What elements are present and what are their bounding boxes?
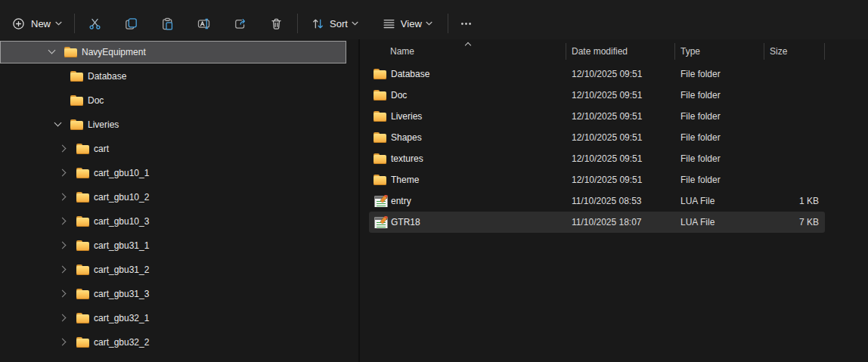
tree-item-cart_gbu10_3[interactable]: cart_gbu10_3 <box>0 210 346 233</box>
column-header-label: Name <box>390 46 414 57</box>
chevron-right-icon[interactable] <box>58 240 70 252</box>
tree-item-label: cart_gbu32_1 <box>94 313 149 323</box>
tree-item-cart_gbu31_2[interactable]: cart_gbu31_2 <box>0 258 346 281</box>
scissors-icon <box>88 17 101 30</box>
folder-icon <box>76 168 89 178</box>
column-header-date-modified[interactable]: Date modified <box>566 39 675 63</box>
lua-file-icon <box>374 195 386 207</box>
tree-item-label: cart_gbu10_3 <box>94 216 149 227</box>
tree-item-label: cart <box>94 144 109 154</box>
tree-item-Liveries[interactable]: Liveries <box>0 113 346 136</box>
tree-item-cart_gbu32_1[interactable]: cart_gbu32_1 <box>0 307 346 330</box>
rename-field-icon <box>197 17 210 30</box>
file-row-textures[interactable]: textures12/10/2025 09:51File folder <box>360 148 868 169</box>
file-size: 7 KB <box>764 217 825 227</box>
file-type: LUA File <box>675 196 764 206</box>
column-header-size[interactable]: Size <box>764 39 825 63</box>
folder-icon <box>374 132 386 143</box>
folder-icon <box>70 95 83 106</box>
tree-item-cart_gbu10_1[interactable]: cart_gbu10_1 <box>0 162 346 184</box>
more-options-button[interactable] <box>453 10 480 37</box>
delete-button[interactable] <box>261 10 291 37</box>
clipboard-icon <box>161 17 174 30</box>
file-row-entry[interactable]: entry11/10/2025 08:53LUA File1 KB <box>360 190 868 212</box>
column-header-name[interactable]: Name <box>360 39 566 63</box>
tree-item-cart_gbu32_2[interactable]: cart_gbu32_2 <box>0 331 346 354</box>
navigation-pane: NavyEquipmentDatabaseDocLiveriescartcart… <box>0 39 358 362</box>
file-list-header: NameDate modifiedTypeSize <box>360 39 868 63</box>
cut-button[interactable] <box>79 10 110 37</box>
file-row-Shapes[interactable]: Shapes12/10/2025 09:51File folder <box>360 127 868 148</box>
file-row-Theme[interactable]: Theme12/10/2025 09:51File folder <box>360 169 868 190</box>
tree-item-label: NavyEquipment <box>82 47 146 57</box>
tree-item-label: Doc <box>88 95 104 106</box>
tree-item-cart_gbu31_1[interactable]: cart_gbu31_1 <box>0 234 346 257</box>
tree-item-Database[interactable]: Database <box>0 65 346 88</box>
folder-icon <box>76 289 89 299</box>
tree-item-Doc[interactable]: Doc <box>0 89 346 112</box>
chevron-right-icon[interactable] <box>58 215 70 227</box>
file-name: Shapes <box>391 132 422 143</box>
file-name: Doc <box>391 90 407 101</box>
file-name: entry <box>391 196 411 206</box>
file-name: textures <box>391 153 423 164</box>
chevron-right-icon[interactable] <box>58 336 70 348</box>
chevron-right-icon[interactable] <box>58 191 70 203</box>
file-date-modified: 12/10/2025 09:51 <box>566 175 675 185</box>
copy-button[interactable] <box>116 10 146 37</box>
new-button[interactable]: New <box>5 10 70 37</box>
view-button[interactable]: View <box>375 10 440 37</box>
explorer-body: NavyEquipmentDatabaseDocLiveriescartcart… <box>0 39 868 362</box>
folder-icon <box>64 47 77 57</box>
chevron-right-icon[interactable] <box>58 167 70 179</box>
chevron-right-icon[interactable] <box>58 143 70 155</box>
toolbar-separator <box>448 14 448 33</box>
folder-icon <box>76 240 89 251</box>
file-list-body[interactable]: Database12/10/2025 09:51File folderDoc12… <box>360 63 868 362</box>
sort-button-label: Sort <box>330 18 348 29</box>
file-type: File folder <box>675 153 764 164</box>
chevron-down-icon[interactable] <box>52 119 64 131</box>
file-date-modified: 12/10/2025 09:51 <box>566 132 675 143</box>
tree-item-label: Liveries <box>88 119 119 130</box>
folder-icon <box>374 111 386 122</box>
tree-item-NavyEquipment[interactable]: NavyEquipment <box>0 41 346 63</box>
file-name: Liveries <box>391 111 422 122</box>
tree-item-cart_gbu31_3[interactable]: cart_gbu31_3 <box>0 283 346 305</box>
tree-item-label: cart_gbu31_3 <box>94 289 149 299</box>
chevron-right-icon[interactable] <box>58 312 70 324</box>
share-button[interactable] <box>225 10 255 37</box>
folder-icon <box>76 337 89 348</box>
file-name: Theme <box>391 175 419 185</box>
column-resize-handle[interactable] <box>824 43 825 60</box>
tree-item-cart[interactable]: cart <box>0 138 346 160</box>
tree-item-cart_gbu10_2[interactable]: cart_gbu10_2 <box>0 186 346 209</box>
column-header-type[interactable]: Type <box>675 39 764 63</box>
folder-icon <box>374 69 386 79</box>
file-row-Liveries[interactable]: Liveries12/10/2025 09:51File folder <box>360 106 868 127</box>
trash-icon <box>270 17 283 30</box>
file-type: File folder <box>675 175 764 185</box>
chevron-down-icon[interactable] <box>46 46 58 58</box>
up-down-arrows-icon <box>312 17 324 30</box>
rename-button[interactable] <box>188 10 219 37</box>
file-date-modified: 12/10/2025 09:51 <box>566 153 675 164</box>
file-row-Doc[interactable]: Doc12/10/2025 09:51File folder <box>360 85 868 106</box>
file-row-GTR18[interactable]: GTR1811/10/2025 18:07LUA File7 KB <box>360 212 868 233</box>
folder-icon <box>374 153 386 164</box>
folder-icon <box>76 313 89 323</box>
file-type: File folder <box>675 90 764 101</box>
file-size: 1 KB <box>764 196 825 206</box>
sort-button[interactable]: Sort <box>304 10 366 37</box>
file-date-modified: 12/10/2025 09:51 <box>566 69 675 79</box>
tree-item-label: cart_gbu31_1 <box>94 240 149 251</box>
chevron-right-icon[interactable] <box>58 288 70 300</box>
chevron-right-icon[interactable] <box>58 264 70 276</box>
file-row-Database[interactable]: Database12/10/2025 09:51File folder <box>360 63 868 85</box>
file-date-modified: 11/10/2025 08:53 <box>566 196 675 206</box>
toolbar-separator <box>74 14 75 33</box>
tree-item-label: cart_gbu32_2 <box>94 337 149 348</box>
folder-icon <box>76 144 89 154</box>
new-button-label: New <box>31 18 51 29</box>
paste-button[interactable] <box>152 10 182 37</box>
